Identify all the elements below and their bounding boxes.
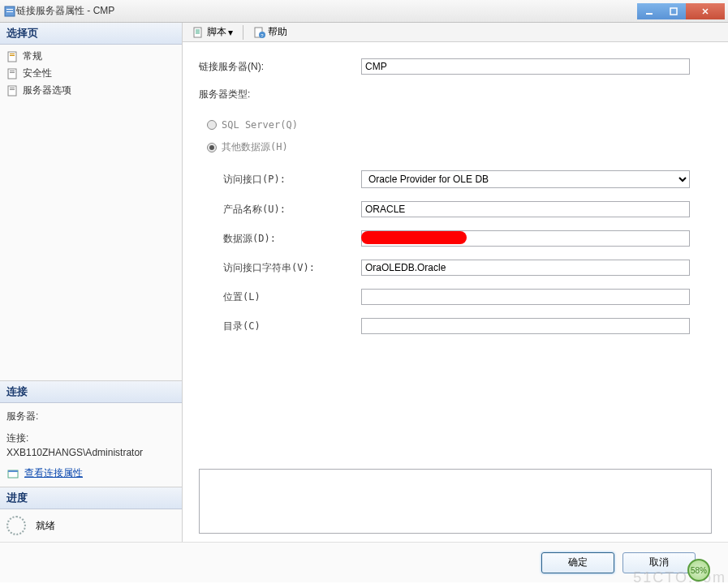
script-button[interactable]: 脚本 ▾	[189, 24, 236, 41]
svg-rect-3	[646, 13, 653, 15]
location-label: 位置(L)	[223, 290, 361, 304]
svg-rect-18	[194, 28, 201, 37]
svg-rect-15	[10, 89, 15, 90]
badge: 58%	[687, 559, 710, 582]
view-connection-props[interactable]: 查看连接属性	[6, 466, 175, 480]
server-type-radios: SQL Server(Q) 其他数据源(H)	[207, 114, 712, 159]
linked-server-input[interactable]	[361, 58, 690, 75]
sidebar-item-server-options[interactable]: 服务器选项	[3, 82, 179, 99]
select-page-header: 选择页	[0, 23, 182, 45]
dropdown-arrow-icon: ▾	[228, 27, 233, 38]
page-icon	[6, 50, 19, 63]
form-area: 链接服务器(N): 服务器类型: SQL Server(Q) 其他数据源(H) …	[183, 42, 728, 542]
radio-icon	[207, 143, 217, 152]
script-label: 脚本	[207, 25, 226, 39]
sidebar: 选择页 常规 安全性 服务器选项 连接 服务器:	[0, 23, 183, 542]
svg-rect-2	[6, 11, 13, 12]
script-icon	[192, 26, 205, 39]
svg-rect-17	[8, 470, 18, 472]
properties-icon	[6, 467, 19, 480]
connection-section: 连接 服务器: 连接: XXB110ZHANGS\Administrator 查…	[0, 380, 182, 487]
provider-select[interactable]: Oracle Provider for OLE DB	[361, 170, 690, 188]
minimize-button[interactable]	[637, 3, 661, 19]
ok-button[interactable]: 确定	[541, 552, 614, 573]
location-input[interactable]	[361, 289, 690, 305]
sidebar-item-label: 服务器选项	[23, 84, 71, 97]
sidebar-item-label: 安全性	[23, 67, 52, 80]
catalog-input[interactable]	[361, 318, 690, 334]
server-label: 服务器:	[6, 410, 175, 423]
provider-string-label: 访问接口字符串(V):	[223, 261, 361, 275]
conn-label: 连接:	[6, 431, 175, 445]
radio-other[interactable]: 其他数据源(H)	[207, 135, 712, 159]
toolbar-separator	[243, 25, 243, 40]
svg-rect-7	[8, 52, 16, 62]
page-icon	[6, 84, 19, 97]
sidebar-item-security[interactable]: 安全性	[3, 65, 179, 82]
ready-label: 就绪	[36, 519, 55, 533]
sidebar-item-label: 常规	[23, 49, 42, 63]
sidebar-item-general[interactable]: 常规	[3, 48, 179, 65]
linked-server-label: 链接服务器(N):	[199, 60, 361, 74]
svg-rect-9	[10, 55, 15, 56]
svg-rect-10	[8, 69, 16, 79]
radio-icon	[207, 120, 217, 130]
progress-header: 进度	[0, 487, 182, 509]
svg-rect-13	[8, 86, 16, 96]
radio-other-label: 其他数据源(H)	[222, 140, 288, 154]
svg-rect-1	[6, 9, 13, 10]
watermark: 51CTO.com	[633, 569, 726, 586]
content-area: 脚本 ▾ ? 帮助 链接服务器(N): 服务器类型: SQL Server(Q)	[183, 23, 728, 542]
maximize-button[interactable]	[661, 3, 686, 19]
provider-string-input[interactable]	[361, 260, 690, 276]
catalog-label: 目录(C)	[223, 320, 361, 333]
radio-sqlserver[interactable]: SQL Server(Q)	[207, 114, 712, 135]
product-input[interactable]	[361, 201, 690, 217]
window-title: 链接服务器属性 - CMP	[16, 4, 637, 18]
title-bar: 链接服务器属性 - CMP	[0, 0, 728, 23]
app-icon	[3, 5, 16, 18]
help-label: 帮助	[268, 25, 287, 39]
window-controls	[637, 3, 725, 19]
page-list: 常规 安全性 服务器选项	[0, 45, 182, 380]
svg-rect-11	[10, 71, 15, 71]
svg-rect-4	[670, 8, 677, 15]
server-type-label: 服务器类型:	[199, 88, 361, 101]
close-button[interactable]	[686, 3, 725, 19]
progress-spinner-icon	[6, 516, 26, 535]
message-box	[199, 469, 712, 534]
datasource-label: 数据源(D):	[223, 232, 361, 246]
help-icon: ?	[253, 26, 266, 39]
page-icon	[6, 67, 19, 80]
connection-header: 连接	[0, 381, 182, 403]
conn-value: XXB110ZHANGS\Administrator	[6, 447, 175, 458]
help-button[interactable]: ? 帮助	[250, 24, 291, 41]
view-conn-props-label: 查看连接属性	[24, 466, 83, 480]
svg-rect-14	[10, 88, 15, 88]
provider-label: 访问接口(P):	[223, 173, 361, 187]
product-label: 产品名称(U):	[223, 203, 361, 217]
progress-section: 进度 就绪	[0, 487, 182, 542]
redacted-overlay	[361, 231, 467, 244]
svg-rect-8	[10, 54, 15, 54]
footer: 确定 取消	[0, 542, 728, 582]
toolbar: 脚本 ▾ ? 帮助	[183, 23, 728, 42]
svg-rect-12	[10, 72, 15, 73]
radio-sqlserver-label: SQL Server(Q)	[222, 119, 298, 131]
